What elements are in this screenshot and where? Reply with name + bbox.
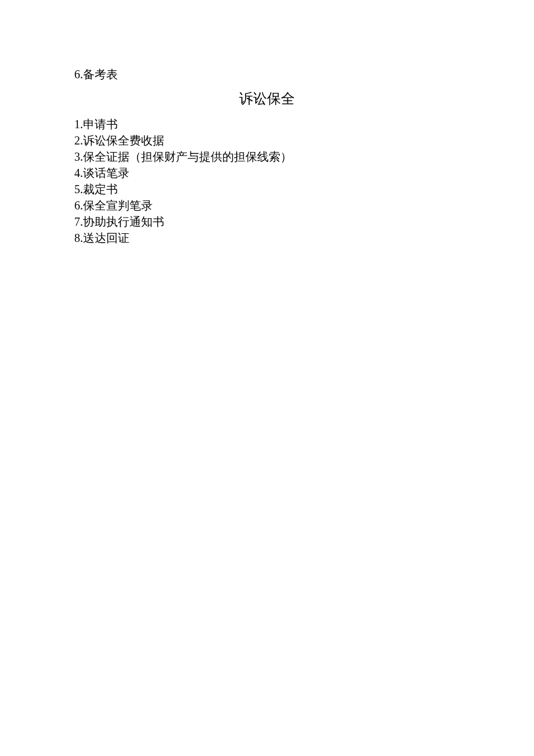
- list-item: 7.协助执行通知书: [74, 214, 460, 230]
- section-title: 诉讼保全: [74, 87, 460, 110]
- item-text: 裁定书: [83, 183, 118, 196]
- item-text: 申请书: [83, 118, 118, 131]
- list-item: 1.申请书: [74, 116, 460, 132]
- item-text: 谈话笔录: [83, 167, 129, 179]
- item-number: 7.: [74, 215, 83, 228]
- list-item: 3.保全证据（担保财产与提供的担保线索）: [74, 149, 460, 165]
- list-item: 8.送达回证: [74, 230, 460, 246]
- item-number: 8.: [74, 231, 83, 244]
- item-text: 送达回证: [83, 231, 129, 244]
- item-text: 保全证据（担保财产与提供的担保线索）: [83, 150, 292, 163]
- item-number: 5.: [74, 183, 83, 196]
- list-item: 2.诉讼保全费收据: [74, 132, 460, 149]
- document-page: 6.备考表 诉讼保全 1.申请书 2.诉讼保全费收据 3.保全证据（担保财产与提…: [0, 0, 534, 246]
- item-number: 1.: [74, 118, 83, 131]
- item-number: 2.: [74, 134, 83, 147]
- list-item: 4.谈话笔录: [74, 165, 460, 181]
- preceding-list-item: 6.备考表: [74, 66, 460, 82]
- list-item: 6.保全宣判笔录: [74, 197, 460, 214]
- item-number: 3.: [74, 150, 83, 163]
- item-text: 协助执行通知书: [83, 215, 164, 228]
- item-text: 保全宣判笔录: [83, 199, 153, 212]
- item-number: 6.: [74, 68, 83, 81]
- list-item: 5.裁定书: [74, 181, 460, 197]
- item-text: 诉讼保全费收据: [83, 134, 164, 147]
- item-number: 4.: [74, 167, 83, 179]
- item-number: 6.: [74, 199, 83, 212]
- item-text: 备考表: [83, 68, 118, 81]
